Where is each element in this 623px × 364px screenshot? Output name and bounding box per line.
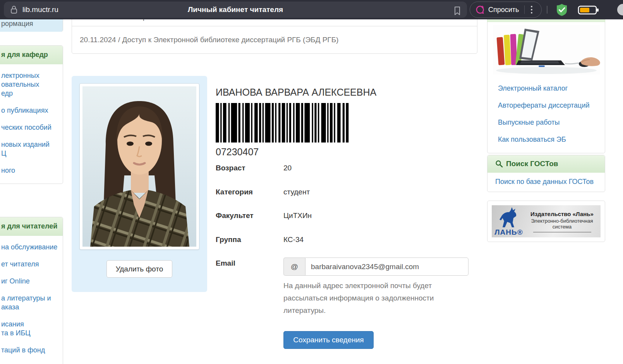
sidebar-link-electronic-resources[interactable]: лектронных овательных едр [1, 71, 60, 98]
sidebar-link-literature-order[interactable]: а литературы и аказа [1, 294, 60, 312]
browser-top-bar: lib.muctr.ru Личный кабинет читателя Спр… [0, 0, 623, 19]
barcode-number: 07230407 [216, 146, 259, 158]
field-label-email: Email [216, 259, 235, 268]
lan-banner-subtitle: Электронно-библиотечная система [526, 218, 598, 230]
profile-name: ИВАНОВА ВАРВАРА АЛЕКСЕЕВНА [216, 87, 376, 98]
lan-logo-text: ЛАНЬ® [494, 228, 523, 237]
lan-banner-rule [533, 232, 591, 232]
lan-banner-title: Издательство «Лань» [526, 211, 598, 217]
ask-sparkle-icon [475, 5, 485, 15]
field-label-age: Возраст [216, 164, 245, 172]
field-label-group: Группа [216, 235, 241, 244]
sidebar-header-chitateli: я для читателей [0, 217, 63, 236]
toolbar-divider [547, 6, 547, 14]
ask-pill-divider [524, 5, 525, 14]
kebab-menu-icon[interactable] [531, 6, 532, 14]
sidebar-link-ibc-rules[interactable]: исания та в ИБЦ [1, 320, 60, 338]
sidebar-link-nogo[interactable]: ного [1, 166, 60, 175]
sidebar-link-reader-card[interactable]: ет читателя [1, 260, 60, 269]
sidebar-header-kafedry: я для кафедр [0, 46, 63, 64]
search-icon [495, 160, 503, 168]
gost-header-text: Поиск ГОСТов [506, 160, 558, 168]
ask-ai-button[interactable]: Спросить [470, 2, 542, 18]
sidebar-link-online-renewal[interactable]: иг Online [1, 277, 60, 286]
laptop-books-image [493, 25, 599, 76]
sidebar-link-service[interactable]: на обслуживание [1, 243, 60, 252]
save-details-button[interactable]: Сохранить сведения [283, 331, 374, 349]
protect-shield-icon[interactable] [555, 3, 569, 17]
field-value-category: студент [283, 188, 310, 196]
link-how-to-use-eb[interactable]: Как пользоваться ЭБ [498, 136, 601, 144]
field-value-group: КС-34 [283, 235, 304, 244]
email-input[interactable] [305, 258, 469, 276]
field-value-age: 20 [283, 164, 292, 172]
link-electronic-catalog[interactable]: Электронный каталог [498, 84, 601, 93]
sidebar-link-publications[interactable]: о публикациях [1, 106, 60, 115]
field-label-category: Категория [216, 188, 253, 196]
sidebar-link-method-manuals[interactable]: ческих пособий [1, 123, 60, 132]
ask-button-label: Спросить [488, 6, 519, 14]
electronic-library-card: Электронный каталог Авторефераты диссерт… [487, 22, 605, 153]
lan-banner-card[interactable]: ЛАНЬ® Издательство «Лань» Электронно-биб… [487, 201, 605, 242]
email-at-addon: @ [283, 258, 305, 276]
field-label-faculty: Факультет [216, 211, 254, 220]
user-photo [79, 83, 199, 250]
news-row[interactable]: 20.11.2024 / Доступ к Электронной библио… [72, 26, 477, 53]
link-graduation-works[interactable]: Выпускные работы [498, 118, 601, 127]
url-text[interactable]: lib.muctr.ru [22, 5, 58, 14]
barcode-svg [216, 103, 349, 143]
link-gost-database-search[interactable]: Поиск по базе данных ГОСТов [495, 178, 594, 185]
battery-icon[interactable] [578, 5, 599, 15]
field-value-faculty: ЦиТХИн [283, 211, 312, 220]
address-bar[interactable]: lib.muctr.ru Личный кабинет читателя [4, 2, 467, 18]
barcode-image [216, 103, 349, 143]
photo-panel: Удалить фото [72, 76, 207, 292]
delete-photo-button[interactable]: Удалить фото [106, 260, 172, 278]
sidebar-panel-kafedry: я для кафедр лектронных овательных едр о… [0, 45, 63, 184]
sidebar-link-new-editions[interactable]: новых изданий Ц [1, 140, 60, 158]
email-help-text: На данный адрес электронной почты будет … [283, 280, 454, 317]
link-dissertation-abstracts[interactable]: Авторефераты диссертаций [498, 101, 601, 110]
lan-deer-icon [499, 206, 519, 228]
page-title: Личный кабинет читателя [4, 5, 467, 14]
bookmark-icon[interactable] [453, 6, 462, 16]
browser-profile-avatar[interactable] [617, 4, 623, 15]
sidebar-link-dissertations-fund[interactable]: таций в фонд [1, 346, 60, 355]
sidebar-panel-chitateli: я для читателей на обслуживание ет читат… [0, 217, 63, 364]
lock-icon [10, 5, 18, 14]
gost-search-panel: Поиск ГОСТов Поиск по базе данных ГОСТов [487, 155, 605, 192]
